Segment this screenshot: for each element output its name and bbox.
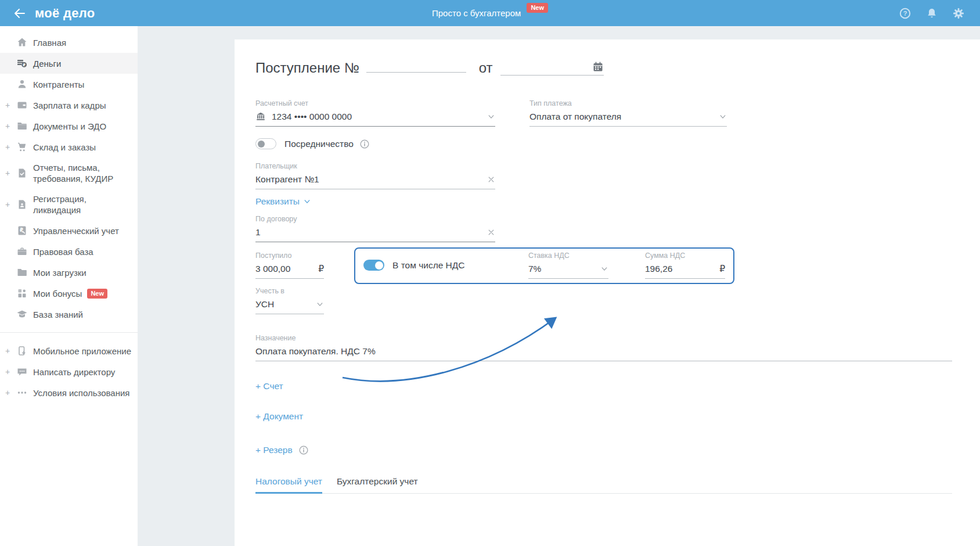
requisites-link[interactable]: Реквизиты [255,196,952,207]
payer-value: Контрагент №1 [255,174,487,185]
expand-plus-icon[interactable]: + [5,347,10,355]
sidebar-item-management-accounting[interactable]: ₽ Управленческий учет [0,220,138,241]
notifications-bell-icon[interactable] [925,7,938,20]
wallet-icon [16,99,28,111]
expand-plus-icon[interactable]: + [5,169,10,177]
sidebar-item-money[interactable]: ₽ Деньги [0,53,138,74]
chevron-down-icon[interactable] [600,265,608,273]
add-account-link[interactable]: + Счет [255,381,952,391]
expand-plus-icon[interactable]: + [5,200,10,209]
sidebar-item-reports[interactable]: + Отчеты, письма, требования, КУДИР [0,157,138,189]
chevron-down-icon[interactable] [487,113,495,121]
sidebar-item-label: Мобильное приложение [33,346,131,357]
receipt-date-input[interactable] [500,58,604,76]
add-document-link[interactable]: + Документ [255,411,952,422]
cart-icon [16,141,28,153]
purpose-input[interactable]: Оплата покупателя. НДС 7% [255,346,952,361]
sidebar-item-label: Правовая база [33,246,93,257]
chevron-down-icon[interactable] [719,113,727,121]
vat-sum-input[interactable]: 196,26 ₽ [645,264,725,279]
account-in-value: УСН [255,299,316,310]
sidebar-item-my-bonuses[interactable]: Мои бонусы New [0,283,138,304]
contract-value: 1 [255,227,487,238]
back-button[interactable] [10,5,27,21]
payment-type-value: Оплата от покупателя [529,112,719,122]
account-in-label: Учесть в [255,287,324,295]
payer-input[interactable]: Контрагент №1 [255,174,495,189]
currency-symbol: ₽ [318,264,324,274]
app-logo[interactable]: моё дело [35,6,95,21]
top-header: моё дело Просто с бухгалтером New ? [0,0,980,26]
sidebar-item-label: Управленческий учет [33,225,119,236]
account-select[interactable]: 1234 •••• 0000 0000 [255,112,495,127]
clear-x-icon[interactable] [487,175,495,184]
payer-label: Плательщик [255,162,495,170]
sidebar-item-legal-base[interactable]: Правовая база [0,241,138,262]
tab-book-accounting[interactable]: Бухгалтерский учет [337,476,418,493]
uploads-folder-icon [16,267,28,278]
vat-toggle-label: В том числе НДС [392,260,465,271]
clear-x-icon[interactable] [487,228,495,236]
purpose-label: Назначение [255,334,952,342]
vat-toggle[interactable] [363,260,384,271]
promo-banner: Просто с бухгалтером New [0,8,980,18]
expand-plus-icon[interactable]: + [5,368,10,376]
sidebar-item-label: Написать директору [33,367,115,378]
expand-plus-icon[interactable]: + [5,389,10,397]
sidebar-nav: Главная ₽ Деньги Контрагенты + Зарплата … [0,26,138,546]
settings-gear-icon[interactable] [952,7,965,20]
info-icon[interactable] [359,139,370,149]
account-in-select[interactable]: УСН [255,299,324,314]
chevron-down-icon[interactable] [316,300,324,308]
accounting-tabs: Налоговый учет Бухгалтерский учет [255,476,952,494]
chevron-down-icon [303,197,311,206]
requisites-link-label: Реквизиты [255,196,300,207]
add-reserve-link[interactable]: + Резерв [255,445,952,455]
ruble-report-icon: ₽ [16,225,28,236]
sidebar-item-knowledge-base[interactable]: База знаний [0,304,138,325]
vat-rate-label: Ставка НДС [528,252,608,260]
sidebar-item-mobile-app[interactable]: + Мобильное приложение [0,340,138,361]
expand-plus-icon[interactable]: + [5,101,10,109]
sidebar-item-terms[interactable]: + Условия использования [0,382,138,403]
expand-plus-icon[interactable]: + [5,143,10,151]
sidebar-item-home[interactable]: Главная [0,32,138,53]
contract-input[interactable]: 1 [255,227,495,242]
sidebar-item-label: Мои бонусы [33,288,82,299]
chat-bubble-icon [16,366,28,378]
sidebar-item-label: Главная [33,37,66,48]
sidebar-item-warehouse[interactable]: + Склад и заказы [0,136,138,157]
bank-icon [255,112,266,122]
vat-rate-select[interactable]: 7% [528,264,608,279]
sidebar-divider [0,332,138,333]
receipt-form-card: Поступление № от Расчетный счет 1234 •••… [235,39,980,546]
receipt-number-input[interactable] [366,55,466,73]
promo-new-badge: New [527,3,548,13]
back-arrow-icon [12,6,26,20]
sidebar-item-registration[interactable]: + Регистрация, ликвидация [0,189,138,220]
vat-highlight-box: В том числе НДС Ставка НДС 7% Сумма НДС [354,247,734,284]
main-content: Поступление № от Расчетный счет 1234 •••… [138,26,980,546]
sidebar-item-documents[interactable]: + Документы и ЭДО [0,116,138,136]
tab-tax-accounting[interactable]: Налоговый учет [255,476,322,494]
sidebar-item-my-uploads[interactable]: Мои загрузки [0,262,138,283]
add-account-label: + Счет [255,381,283,391]
sidebar-item-label: Мои загрузки [33,267,87,278]
help-icon[interactable]: ? [899,7,911,20]
sidebar-item-counterparties[interactable]: Контрагенты [0,74,138,95]
person-icon [16,78,28,90]
payment-type-select[interactable]: Оплата от покупателя [529,112,727,127]
sidebar-item-write-director[interactable]: + Написать директору [0,361,138,382]
info-icon[interactable] [298,445,309,455]
sidebar-item-payroll[interactable]: + Зарплата и кадры [0,95,138,116]
add-document-label: + Документ [255,411,303,422]
sidebar-item-label: Документы и ЭДО [33,121,106,132]
mediation-toggle[interactable] [255,138,276,149]
report-doc-icon [16,167,28,179]
calendar-icon[interactable] [592,61,604,73]
add-reserve-label: + Резерв [255,445,293,455]
received-input[interactable]: 3 000,00 ₽ [255,264,324,279]
vat-rate-value: 7% [528,264,600,274]
expand-plus-icon[interactable]: + [5,122,10,130]
sidebar-item-label: Условия использования [33,387,130,398]
